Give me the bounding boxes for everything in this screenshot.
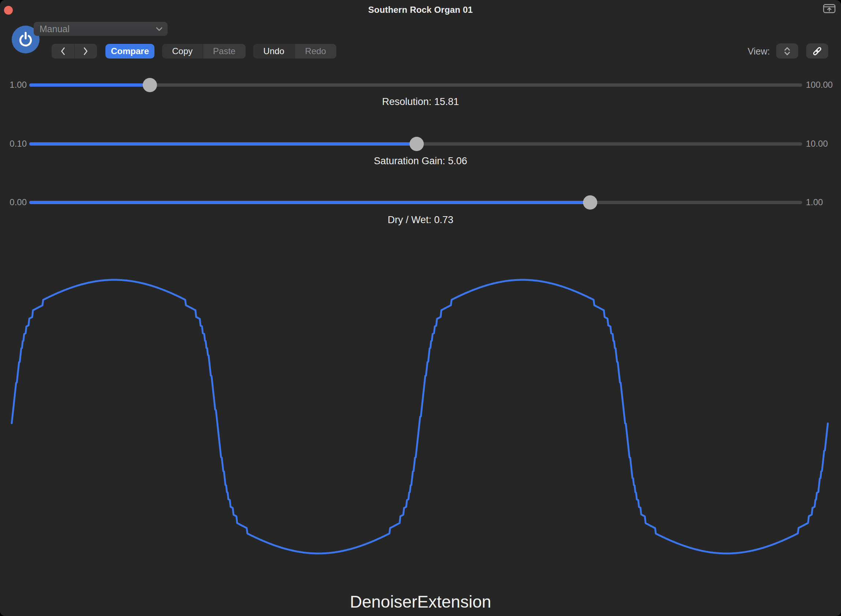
dry-wet-min-label: 0.00 bbox=[7, 195, 27, 210]
waveform-line bbox=[12, 280, 828, 553]
view-label: View: bbox=[748, 44, 770, 59]
undo-redo-group: Undo Redo bbox=[253, 44, 336, 59]
copy-paste-group: Copy Paste bbox=[162, 44, 245, 59]
preset-dropdown-value: Manual bbox=[40, 24, 156, 34]
dry-wet-max-label: 1.00 bbox=[806, 195, 823, 210]
resolution-slider-thumb[interactable] bbox=[143, 78, 157, 92]
power-icon bbox=[18, 31, 34, 48]
saturation-gain-min-label: 0.10 bbox=[7, 136, 27, 151]
resolution-value-label: Resolution: 15.81 bbox=[0, 96, 841, 107]
chevron-down-icon bbox=[156, 27, 163, 31]
dry-wet-slider-thumb[interactable] bbox=[583, 195, 597, 210]
saturation-gain-slider-thumb[interactable] bbox=[409, 137, 424, 151]
next-preset-button[interactable] bbox=[74, 44, 97, 59]
redo-button[interactable]: Redo bbox=[295, 44, 337, 59]
resolution-slider-fill bbox=[29, 84, 150, 87]
saturation-gain-slider-row: 0.10 10.00 bbox=[0, 136, 841, 151]
saturation-gain-slider-fill bbox=[29, 142, 417, 145]
link-button[interactable] bbox=[806, 44, 828, 59]
plugin-name-label: DenoiserExtension bbox=[0, 592, 841, 612]
plugin-window: Southern Rock Organ 01 Manual Compare Co… bbox=[0, 0, 841, 616]
preset-dropdown[interactable]: Manual bbox=[34, 22, 167, 36]
saturation-gain-value-label: Saturation Gain: 5.06 bbox=[0, 155, 841, 167]
preset-nav-group bbox=[51, 44, 97, 59]
dry-wet-slider-track[interactable] bbox=[29, 201, 802, 204]
previous-preset-button[interactable] bbox=[51, 44, 74, 59]
compare-button[interactable]: Compare bbox=[106, 44, 154, 59]
resolution-min-label: 1.00 bbox=[7, 78, 27, 92]
window-title: Southern Rock Organ 01 bbox=[0, 5, 841, 15]
dry-wet-slider-row: 0.00 1.00 bbox=[0, 195, 841, 210]
dry-wet-value-label: Dry / Wet: 0.73 bbox=[0, 214, 841, 226]
resolution-max-label: 100.00 bbox=[806, 78, 832, 92]
undo-button[interactable]: Undo bbox=[253, 44, 295, 59]
saturation-gain-max-label: 10.00 bbox=[806, 136, 828, 151]
copy-button[interactable]: Copy bbox=[162, 44, 203, 59]
waveform-display bbox=[0, 0, 841, 616]
chevron-left-icon bbox=[60, 47, 66, 56]
chevron-right-icon bbox=[82, 47, 89, 56]
popout-window-icon[interactable] bbox=[823, 4, 835, 13]
dry-wet-slider-fill bbox=[29, 201, 590, 204]
view-stepper[interactable] bbox=[776, 44, 798, 59]
up-down-chevrons-icon bbox=[783, 46, 791, 56]
paste-button[interactable]: Paste bbox=[203, 44, 245, 59]
resolution-slider-row: 1.00 100.00 bbox=[0, 78, 841, 92]
link-icon bbox=[812, 46, 822, 56]
